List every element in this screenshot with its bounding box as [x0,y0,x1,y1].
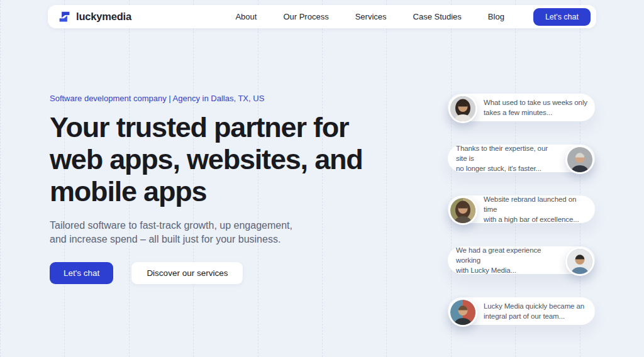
hero-subtitle: Tailored software to fast-track growth, … [50,219,296,246]
hero-lets-chat-button[interactable]: Let's chat [50,262,113,284]
nav-lets-chat-button[interactable]: Let's chat [533,8,591,26]
nav-item-about[interactable]: About [235,12,257,21]
nav-item-blog[interactable]: Blog [488,12,504,21]
testimonial-avatar [565,247,594,276]
hero-cta-row: Let's chat Discover our services [50,262,414,284]
testimonial-avatar [448,298,477,327]
testimonial-bubble[interactable]: Lucky Media quickly became anintegral pa… [448,297,595,325]
nav-item-services[interactable]: Services [355,12,387,21]
brand-logo[interactable]: luckymedia [58,10,131,23]
hero-eyebrow: Software development company | Agency in… [50,94,414,103]
testimonial-avatar [565,145,594,174]
hero-section: Software development company | Agency in… [50,94,414,284]
top-navbar: luckymedia AboutOur ProcessServicesCase … [48,5,596,28]
nav-item-case-studies[interactable]: Case Studies [413,12,462,21]
nav-item-our-process[interactable]: Our Process [283,12,328,21]
testimonial-avatar [448,196,477,225]
grid-line [0,0,1,357]
brand-name: luckymedia [76,11,131,23]
testimonial-bubble[interactable]: Website rebrand launched on timewith a h… [448,195,595,223]
testimonial-bubble[interactable]: What used to take us weeks onlytakes a f… [448,94,595,121]
testimonial-bubble[interactable]: Thanks to their expertise, our site isno… [448,145,595,172]
luckymedia-ribbon-icon [58,10,71,23]
nav-links: AboutOur ProcessServicesCase StudiesBlog [235,12,504,21]
testimonial-bubble[interactable]: We had a great experience workingwith Lu… [448,246,595,274]
testimonial-avatar [448,94,477,123]
discover-services-button[interactable]: Discover our services [131,262,243,284]
testimonials: What used to take us weeks onlytakes a f… [448,94,595,325]
hero-title: Your trusted partner for web apps, websi… [50,111,405,207]
